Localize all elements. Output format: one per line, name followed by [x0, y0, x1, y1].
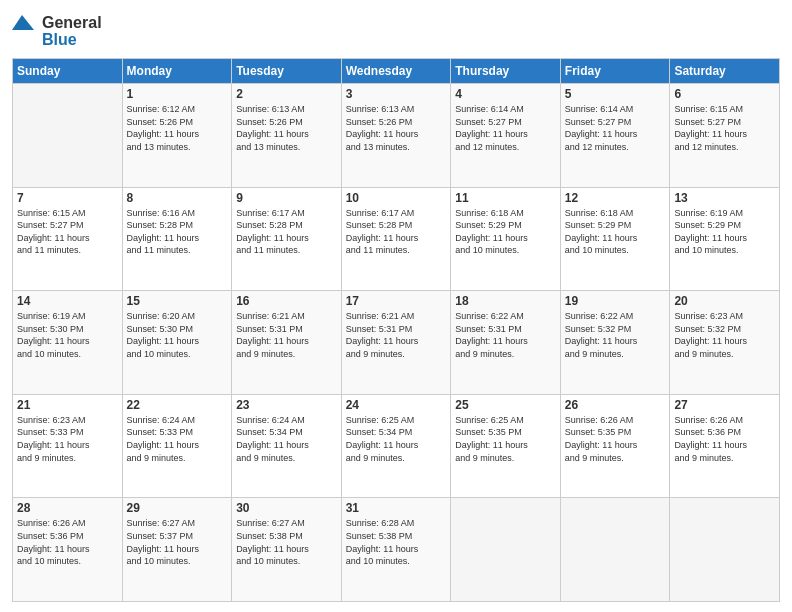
calendar-cell: 19Sunrise: 6:22 AMSunset: 5:32 PMDayligh… [560, 291, 670, 395]
day-number: 11 [455, 191, 556, 205]
day-info: Sunrise: 6:24 AMSunset: 5:34 PMDaylight:… [236, 414, 337, 464]
calendar-cell: 10Sunrise: 6:17 AMSunset: 5:28 PMDayligh… [341, 187, 451, 291]
calendar-cell: 22Sunrise: 6:24 AMSunset: 5:33 PMDayligh… [122, 394, 232, 498]
day-info: Sunrise: 6:13 AMSunset: 5:26 PMDaylight:… [236, 103, 337, 153]
calendar-cell: 4Sunrise: 6:14 AMSunset: 5:27 PMDaylight… [451, 84, 561, 188]
day-number: 15 [127, 294, 228, 308]
logo: GeneralBlue [12, 10, 132, 50]
day-number: 4 [455, 87, 556, 101]
calendar-day-header: Wednesday [341, 59, 451, 84]
day-info: Sunrise: 6:12 AMSunset: 5:26 PMDaylight:… [127, 103, 228, 153]
day-number: 10 [346, 191, 447, 205]
day-info: Sunrise: 6:26 AMSunset: 5:36 PMDaylight:… [674, 414, 775, 464]
calendar-cell: 13Sunrise: 6:19 AMSunset: 5:29 PMDayligh… [670, 187, 780, 291]
calendar-cell [451, 498, 561, 602]
day-info: Sunrise: 6:13 AMSunset: 5:26 PMDaylight:… [346, 103, 447, 153]
calendar-cell: 2Sunrise: 6:13 AMSunset: 5:26 PMDaylight… [232, 84, 342, 188]
calendar-cell: 25Sunrise: 6:25 AMSunset: 5:35 PMDayligh… [451, 394, 561, 498]
calendar-cell: 16Sunrise: 6:21 AMSunset: 5:31 PMDayligh… [232, 291, 342, 395]
day-number: 14 [17, 294, 118, 308]
day-info: Sunrise: 6:22 AMSunset: 5:32 PMDaylight:… [565, 310, 666, 360]
day-info: Sunrise: 6:21 AMSunset: 5:31 PMDaylight:… [236, 310, 337, 360]
day-info: Sunrise: 6:17 AMSunset: 5:28 PMDaylight:… [236, 207, 337, 257]
calendar-day-header: Sunday [13, 59, 123, 84]
day-info: Sunrise: 6:14 AMSunset: 5:27 PMDaylight:… [565, 103, 666, 153]
day-number: 28 [17, 501, 118, 515]
calendar-cell: 14Sunrise: 6:19 AMSunset: 5:30 PMDayligh… [13, 291, 123, 395]
calendar-cell [560, 498, 670, 602]
page-header: GeneralBlue [12, 10, 780, 50]
calendar-cell: 27Sunrise: 6:26 AMSunset: 5:36 PMDayligh… [670, 394, 780, 498]
day-number: 7 [17, 191, 118, 205]
day-info: Sunrise: 6:19 AMSunset: 5:29 PMDaylight:… [674, 207, 775, 257]
calendar-week-row: 1Sunrise: 6:12 AMSunset: 5:26 PMDaylight… [13, 84, 780, 188]
day-number: 1 [127, 87, 228, 101]
calendar-cell: 28Sunrise: 6:26 AMSunset: 5:36 PMDayligh… [13, 498, 123, 602]
calendar-cell: 5Sunrise: 6:14 AMSunset: 5:27 PMDaylight… [560, 84, 670, 188]
calendar-day-header: Tuesday [232, 59, 342, 84]
svg-text:Blue: Blue [42, 31, 77, 48]
day-number: 8 [127, 191, 228, 205]
calendar-day-header: Friday [560, 59, 670, 84]
calendar-cell: 15Sunrise: 6:20 AMSunset: 5:30 PMDayligh… [122, 291, 232, 395]
day-info: Sunrise: 6:14 AMSunset: 5:27 PMDaylight:… [455, 103, 556, 153]
day-number: 29 [127, 501, 228, 515]
calendar-cell: 23Sunrise: 6:24 AMSunset: 5:34 PMDayligh… [232, 394, 342, 498]
day-info: Sunrise: 6:15 AMSunset: 5:27 PMDaylight:… [674, 103, 775, 153]
calendar-cell [13, 84, 123, 188]
day-number: 13 [674, 191, 775, 205]
day-number: 19 [565, 294, 666, 308]
calendar-day-header: Thursday [451, 59, 561, 84]
day-info: Sunrise: 6:20 AMSunset: 5:30 PMDaylight:… [127, 310, 228, 360]
day-number: 17 [346, 294, 447, 308]
calendar-cell: 20Sunrise: 6:23 AMSunset: 5:32 PMDayligh… [670, 291, 780, 395]
day-number: 5 [565, 87, 666, 101]
day-info: Sunrise: 6:26 AMSunset: 5:36 PMDaylight:… [17, 517, 118, 567]
calendar-day-header: Saturday [670, 59, 780, 84]
day-info: Sunrise: 6:16 AMSunset: 5:28 PMDaylight:… [127, 207, 228, 257]
calendar-cell [670, 498, 780, 602]
calendar-cell: 3Sunrise: 6:13 AMSunset: 5:26 PMDaylight… [341, 84, 451, 188]
day-info: Sunrise: 6:22 AMSunset: 5:31 PMDaylight:… [455, 310, 556, 360]
day-info: Sunrise: 6:15 AMSunset: 5:27 PMDaylight:… [17, 207, 118, 257]
day-number: 21 [17, 398, 118, 412]
day-number: 9 [236, 191, 337, 205]
calendar-week-row: 7Sunrise: 6:15 AMSunset: 5:27 PMDaylight… [13, 187, 780, 291]
day-info: Sunrise: 6:17 AMSunset: 5:28 PMDaylight:… [346, 207, 447, 257]
day-info: Sunrise: 6:23 AMSunset: 5:33 PMDaylight:… [17, 414, 118, 464]
day-info: Sunrise: 6:23 AMSunset: 5:32 PMDaylight:… [674, 310, 775, 360]
day-number: 3 [346, 87, 447, 101]
calendar-cell: 26Sunrise: 6:26 AMSunset: 5:35 PMDayligh… [560, 394, 670, 498]
calendar-week-row: 14Sunrise: 6:19 AMSunset: 5:30 PMDayligh… [13, 291, 780, 395]
calendar-cell: 8Sunrise: 6:16 AMSunset: 5:28 PMDaylight… [122, 187, 232, 291]
day-number: 24 [346, 398, 447, 412]
day-number: 18 [455, 294, 556, 308]
calendar-cell: 12Sunrise: 6:18 AMSunset: 5:29 PMDayligh… [560, 187, 670, 291]
day-info: Sunrise: 6:25 AMSunset: 5:34 PMDaylight:… [346, 414, 447, 464]
day-info: Sunrise: 6:26 AMSunset: 5:35 PMDaylight:… [565, 414, 666, 464]
svg-text:General: General [42, 14, 102, 31]
calendar-week-row: 28Sunrise: 6:26 AMSunset: 5:36 PMDayligh… [13, 498, 780, 602]
day-number: 30 [236, 501, 337, 515]
calendar-day-header: Monday [122, 59, 232, 84]
day-number: 22 [127, 398, 228, 412]
day-number: 6 [674, 87, 775, 101]
day-info: Sunrise: 6:19 AMSunset: 5:30 PMDaylight:… [17, 310, 118, 360]
calendar-cell: 6Sunrise: 6:15 AMSunset: 5:27 PMDaylight… [670, 84, 780, 188]
day-number: 23 [236, 398, 337, 412]
day-info: Sunrise: 6:25 AMSunset: 5:35 PMDaylight:… [455, 414, 556, 464]
day-number: 26 [565, 398, 666, 412]
day-info: Sunrise: 6:28 AMSunset: 5:38 PMDaylight:… [346, 517, 447, 567]
day-number: 31 [346, 501, 447, 515]
logo-icon: GeneralBlue [12, 10, 132, 50]
day-number: 25 [455, 398, 556, 412]
day-info: Sunrise: 6:21 AMSunset: 5:31 PMDaylight:… [346, 310, 447, 360]
day-number: 16 [236, 294, 337, 308]
calendar-cell: 29Sunrise: 6:27 AMSunset: 5:37 PMDayligh… [122, 498, 232, 602]
day-info: Sunrise: 6:18 AMSunset: 5:29 PMDaylight:… [565, 207, 666, 257]
calendar-cell: 18Sunrise: 6:22 AMSunset: 5:31 PMDayligh… [451, 291, 561, 395]
day-info: Sunrise: 6:24 AMSunset: 5:33 PMDaylight:… [127, 414, 228, 464]
calendar-header-row: SundayMondayTuesdayWednesdayThursdayFrid… [13, 59, 780, 84]
day-number: 20 [674, 294, 775, 308]
calendar-cell: 1Sunrise: 6:12 AMSunset: 5:26 PMDaylight… [122, 84, 232, 188]
